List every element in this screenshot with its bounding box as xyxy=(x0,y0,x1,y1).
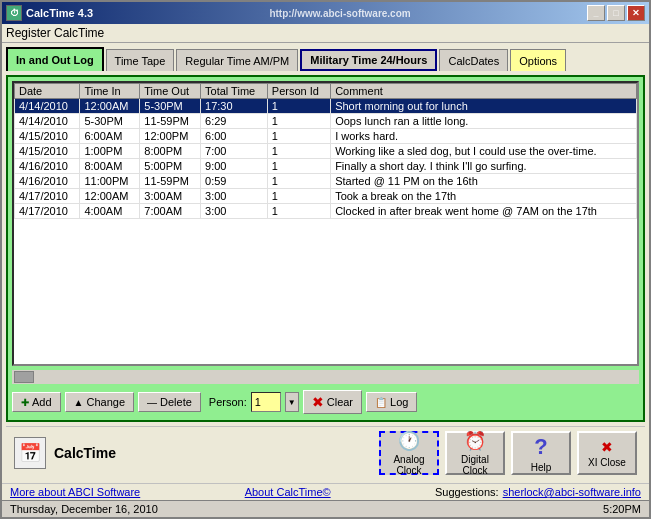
table-row[interactable]: 4/16/20108:00AM5:00PM9:001Finally a shor… xyxy=(15,159,637,174)
brand-icon: 📅 xyxy=(14,437,46,469)
table-cell: 12:00AM xyxy=(80,189,140,204)
log-button[interactable]: 📋 Log xyxy=(366,392,417,412)
tab-regular-time[interactable]: Regular Time AM/PM xyxy=(176,49,298,71)
col-person-id: Person Id xyxy=(267,84,330,99)
table-cell: I works hard. xyxy=(331,129,637,144)
col-time-out: Time Out xyxy=(140,84,201,99)
add-button[interactable]: ✚ Add xyxy=(12,392,61,412)
suggestions-label: Suggestions: xyxy=(435,486,499,498)
table-cell: 1 xyxy=(267,144,330,159)
tab-in-out-log[interactable]: In and Out Log xyxy=(6,47,104,71)
main-content: In and Out Log Time Tape Regular Time AM… xyxy=(2,43,649,483)
app-brand: 📅 CalcTime xyxy=(14,437,116,469)
maximize-button[interactable]: □ xyxy=(607,5,625,21)
col-date: Date xyxy=(15,84,80,99)
table-cell: 6:00AM xyxy=(80,129,140,144)
person-dropdown[interactable]: ▼ xyxy=(285,392,299,412)
table-cell: 4/17/2010 xyxy=(15,189,80,204)
bottom-area: 📅 CalcTime 🕐 AnalogClock ⏰ DigitalClock … xyxy=(6,426,645,479)
table-cell: 4/17/2010 xyxy=(15,204,80,219)
table-cell: 11-59PM xyxy=(140,174,201,189)
add-icon: ✚ xyxy=(21,397,29,408)
table-container[interactable]: Date Time In Time Out Total Time Person … xyxy=(12,81,639,366)
close-button[interactable]: ✖ XI Close xyxy=(577,431,637,475)
table-cell: 8:00AM xyxy=(80,159,140,174)
brand-name: CalcTime xyxy=(54,445,116,461)
close-window-button[interactable]: ✕ xyxy=(627,5,645,21)
title-controls: _ □ ✕ xyxy=(587,5,645,21)
suggestions-area: Suggestions: sherlock@abci-software.info xyxy=(435,486,641,498)
tab-calc-dates[interactable]: CalcDates xyxy=(439,49,508,71)
table-row[interactable]: 4/14/201012:00AM5-30PM17:301Short mornin… xyxy=(15,99,637,114)
table-cell: 3:00 xyxy=(201,204,268,219)
table-cell: 0:59 xyxy=(201,174,268,189)
minimize-button[interactable]: _ xyxy=(587,5,605,21)
table-cell: 4/15/2010 xyxy=(15,129,80,144)
table-cell: Started @ 11 PM on the 16th xyxy=(331,174,637,189)
window-title: CalcTime 4.3 xyxy=(26,7,93,19)
table-row[interactable]: 4/15/20101:00PM8:00PM7:001Working like a… xyxy=(15,144,637,159)
col-comment: Comment xyxy=(331,84,637,99)
analog-clock-button[interactable]: 🕐 AnalogClock xyxy=(379,431,439,475)
status-date: Thursday, December 16, 2010 xyxy=(10,503,158,515)
table-cell: 4/16/2010 xyxy=(15,174,80,189)
table-cell: 9:00 xyxy=(201,159,268,174)
change-button[interactable]: ▲ Change xyxy=(65,392,134,412)
suggestions-email[interactable]: sherlock@abci-software.info xyxy=(503,486,641,498)
about-calctime-link[interactable]: About CalcTime© xyxy=(245,486,331,498)
status-time: 5:20PM xyxy=(603,503,641,515)
tab-military-time[interactable]: Military Time 24/Hours xyxy=(300,49,437,71)
table-row[interactable]: 4/14/20105-30PM11-59PM6:291Oops lunch ra… xyxy=(15,114,637,129)
table-cell: Short morning out for lunch xyxy=(331,99,637,114)
delete-button[interactable]: — Delete xyxy=(138,392,201,412)
table-cell: 1 xyxy=(267,204,330,219)
table-cell: 3:00AM xyxy=(140,189,201,204)
close-icon: ✖ xyxy=(601,439,613,455)
table-cell: 12:00AM xyxy=(80,99,140,114)
tab-time-tape[interactable]: Time Tape xyxy=(106,49,175,71)
title-bar-left: ⏱ CalcTime 4.3 xyxy=(6,5,93,21)
table-cell: 7:00AM xyxy=(140,204,201,219)
analog-clock-label: AnalogClock xyxy=(393,454,424,476)
log-icon: 📋 xyxy=(375,397,387,408)
title-url: http://www.abci-software.com xyxy=(269,8,410,19)
table-cell: Took a break on the 17th xyxy=(331,189,637,204)
digital-clock-button[interactable]: ⏰ DigitalClock xyxy=(445,431,505,475)
scrollbar-thumb[interactable] xyxy=(14,371,34,383)
table-row[interactable]: 4/16/201011:00PM11-59PM0:591Started @ 11… xyxy=(15,174,637,189)
help-button[interactable]: ? Help xyxy=(511,431,571,475)
table-row[interactable]: 4/15/20106:00AM12:00PM6:001I works hard. xyxy=(15,129,637,144)
table-row[interactable]: 4/17/201012:00AM3:00AM3:001Took a break … xyxy=(15,189,637,204)
table-cell: 12:00PM xyxy=(140,129,201,144)
col-total-time: Total Time xyxy=(201,84,268,99)
app-icon: ⏱ xyxy=(6,5,22,21)
table-cell: 1 xyxy=(267,129,330,144)
table-cell: 5-30PM xyxy=(80,114,140,129)
table-cell: 4:00AM xyxy=(80,204,140,219)
bottom-buttons: 🕐 AnalogClock ⏰ DigitalClock ? Help ✖ XI… xyxy=(379,431,637,475)
person-label: Person: xyxy=(209,396,247,408)
person-input[interactable] xyxy=(251,392,281,412)
digital-clock-icon: ⏰ xyxy=(464,430,486,452)
about-abci-link[interactable]: More about ABCI Software xyxy=(10,486,140,498)
table-cell: 4/14/2010 xyxy=(15,99,80,114)
digital-clock-label: DigitalClock xyxy=(461,454,489,476)
table-cell: 5:00PM xyxy=(140,159,201,174)
table-cell: 4/16/2010 xyxy=(15,159,80,174)
tab-options[interactable]: Options xyxy=(510,49,566,71)
main-window: ⏱ CalcTime 4.3 http://www.abci-software.… xyxy=(0,0,651,519)
table-cell: 4/14/2010 xyxy=(15,114,80,129)
clear-button[interactable]: ✖ Clear xyxy=(303,390,362,414)
menu-register[interactable]: Register CalcTime xyxy=(6,26,104,40)
table-cell: 1 xyxy=(267,174,330,189)
table-cell: Working like a sled dog, but I could use… xyxy=(331,144,637,159)
horizontal-scrollbar[interactable] xyxy=(12,370,639,384)
table-row[interactable]: 4/17/20104:00AM7:00AM3:001Clocked in aft… xyxy=(15,204,637,219)
menu-bar: Register CalcTime xyxy=(2,24,649,43)
table-cell: 1 xyxy=(267,159,330,174)
table-cell: 1:00PM xyxy=(80,144,140,159)
table-cell: 6:00 xyxy=(201,129,268,144)
status-bar: Thursday, December 16, 2010 5:20PM xyxy=(2,500,649,517)
delete-icon: — xyxy=(147,397,157,408)
footer-links: More about ABCI Software About CalcTime©… xyxy=(2,483,649,500)
